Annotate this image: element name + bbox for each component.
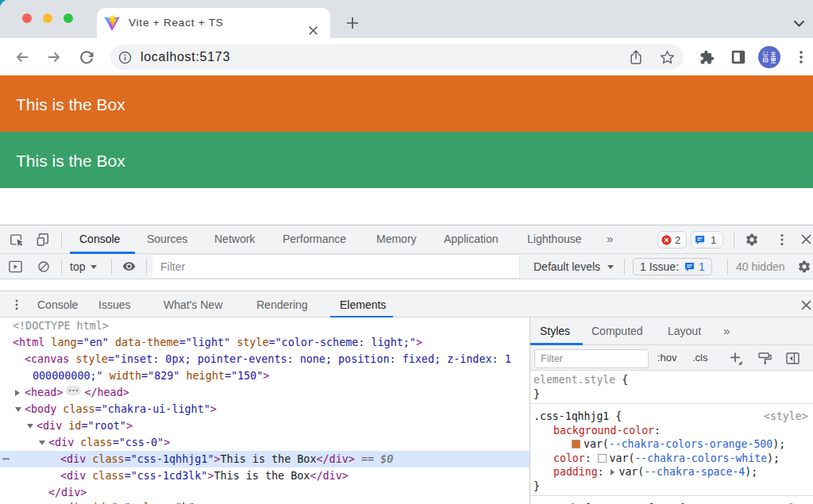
console-settings-gear-icon[interactable] <box>797 260 811 274</box>
browser-window: Vite + React + TS <box>0 0 813 504</box>
issues-counter[interactable]: 1 Issue: 1 <box>633 258 712 275</box>
dom-token: <div <box>60 470 86 482</box>
dom-token: ="light" <box>179 337 231 348</box>
styles-filter-input[interactable] <box>534 349 649 368</box>
new-style-rule-icon[interactable] <box>729 352 742 365</box>
console-filter-input[interactable] <box>152 254 520 279</box>
style-rule-line[interactable]: var(--chakra-colors-orange-500); <box>572 437 785 452</box>
style-rule-line[interactable]: background-color: <box>553 424 661 438</box>
new-tab-icon[interactable] <box>346 17 359 29</box>
toolbar-separator <box>61 232 62 248</box>
dom-node[interactable]: <canvas style="inset: 0px; pointer-event… <box>0 351 530 367</box>
dom-node[interactable]: <div class="css-0"> <box>0 434 530 451</box>
tab-search-chevron-icon[interactable] <box>793 20 805 27</box>
styles-more-tabs-chevrons[interactable]: » <box>723 324 730 337</box>
dropdown-caret-icon <box>91 265 97 269</box>
dom-token: ="css-0" <box>113 437 164 448</box>
dom-tree: <!DOCTYPE html><html lang="en" data-them… <box>0 317 530 504</box>
computed-sidebar-icon[interactable] <box>786 352 800 364</box>
expand-down-icon[interactable] <box>39 441 45 445</box>
rendering-emulation-icon[interactable] <box>758 352 772 364</box>
dom-token: ="css-1cd3lk" <box>125 470 208 482</box>
dom-node[interactable]: 000000000;" width="829" height="150"> <box>0 367 530 384</box>
drawer-close-icon[interactable] <box>801 300 811 310</box>
dom-node[interactable]: <div id="root"> <box>0 417 530 434</box>
console-error-badge[interactable]: 2 <box>657 231 687 248</box>
expand-down-icon[interactable] <box>15 407 21 412</box>
style-rule-line[interactable]: element.style { <box>534 373 628 387</box>
dom-token: <canvas <box>25 353 69 365</box>
url-text: localhost:5173 <box>141 50 230 64</box>
expand-down-icon[interactable] <box>27 424 33 429</box>
clear-console-icon[interactable] <box>37 260 50 273</box>
color-swatch[interactable] <box>598 454 607 463</box>
share-icon[interactable] <box>629 50 643 65</box>
dom-token: lang <box>44 337 76 348</box>
profile-avatar[interactable] <box>758 46 780 68</box>
browser-menu-kebab-icon[interactable] <box>794 50 808 64</box>
dom-token: </head> <box>84 387 129 398</box>
console-levels-dropdown[interactable]: Default levels <box>534 260 600 273</box>
css-var-link[interactable]: --chakra-colors-orange-500 <box>609 438 773 450</box>
live-expression-eye-icon[interactable] <box>121 260 137 273</box>
back-icon[interactable] <box>14 49 30 65</box>
console-context-selector[interactable]: top <box>70 260 85 273</box>
reload-icon[interactable] <box>79 49 94 65</box>
expand-value-icon[interactable] <box>611 469 615 475</box>
inspect-element-icon[interactable] <box>10 233 24 247</box>
dom-token: class <box>56 403 94 415</box>
css-var-link[interactable]: --chakra-space-4 <box>644 466 745 478</box>
browser-tab[interactable]: Vite + React + TS <box>97 8 330 38</box>
devtools-menu-kebab-icon[interactable] <box>775 233 789 247</box>
css-property: background-color <box>553 425 654 437</box>
dom-node[interactable]: <div id="a" class="b"> <box>0 499 530 504</box>
dom-token: <div <box>37 420 62 432</box>
dom-token: <head> <box>25 387 63 398</box>
drawer-menu-kebab-icon[interactable] <box>10 298 23 311</box>
bookmark-star-icon[interactable] <box>660 50 675 65</box>
style-rule-line[interactable]: color: var(--chakra-colors-white); <box>553 452 780 466</box>
expand-right-icon[interactable] <box>15 390 20 396</box>
devtools-settings-gear-icon[interactable] <box>745 233 759 247</box>
message-count: 1 <box>711 234 716 246</box>
style-rule-line[interactable]: padding: var(--chakra-space-4); <box>553 465 757 479</box>
dom-token: ="en" <box>77 337 109 348</box>
dom-node[interactable]: </div> <box>0 484 530 501</box>
dom-token: width <box>103 370 141 382</box>
css-var-link[interactable]: --chakra-colors-white <box>634 452 767 464</box>
dom-node[interactable]: <!DOCTYPE html> <box>0 317 530 334</box>
toolbar-separator <box>146 259 147 275</box>
style-rule-line[interactable]: } <box>534 387 540 402</box>
dom-node[interactable]: <div class="css-1cd3lk">This is the Box<… <box>0 467 530 484</box>
stylesheet-origin-link[interactable]: <style> <box>764 410 808 424</box>
site-info-icon[interactable] <box>118 51 132 64</box>
dom-node-selected[interactable]: ⋯<div class="css-1qhhjg1">This is the Bo… <box>0 451 530 467</box>
dom-node[interactable]: <html lang="en" data-theme="light" style… <box>0 334 530 351</box>
traffic-light-minimize[interactable] <box>43 13 52 23</box>
traffic-light-zoom[interactable] <box>64 13 73 23</box>
device-toolbar-icon[interactable] <box>36 233 50 247</box>
forward-icon[interactable] <box>46 49 62 65</box>
css-text: : <box>585 452 598 464</box>
console-sidebar-icon[interactable] <box>9 260 22 273</box>
dom-token: ="chakra-ui-light" <box>95 403 210 415</box>
toggle-cls-button[interactable]: .cls <box>692 352 708 364</box>
console-message-badge[interactable]: 1 <box>691 231 723 248</box>
extensions-puzzle-icon[interactable] <box>699 50 715 65</box>
dom-node[interactable]: <body class="chakra-ui-light"> <box>0 401 530 417</box>
box-text: This is the Box <box>16 95 125 114</box>
devtools-close-icon[interactable] <box>801 234 811 244</box>
toggle-hov-button[interactable]: :hov <box>657 352 677 364</box>
style-rule-line[interactable]: } <box>534 479 540 494</box>
dom-token: ="css-1qhhjg1" <box>125 453 214 465</box>
dom-token: class <box>86 470 124 482</box>
side-panel-icon[interactable] <box>731 50 746 64</box>
tab-close-icon[interactable] <box>308 25 318 36</box>
style-rule-line[interactable]: .css-1qhhjg1 {<style> <box>534 410 622 424</box>
collapsed-ellipsis-icon[interactable]: ⋯ <box>66 386 81 395</box>
color-swatch[interactable] <box>572 440 580 448</box>
traffic-light-close[interactable] <box>22 13 32 23</box>
dom-more-actions-icon[interactable]: ⋯ <box>2 451 10 467</box>
dom-node[interactable]: <head>⋯</head> <box>0 384 530 401</box>
address-bar[interactable]: localhost:5173 <box>110 44 684 70</box>
